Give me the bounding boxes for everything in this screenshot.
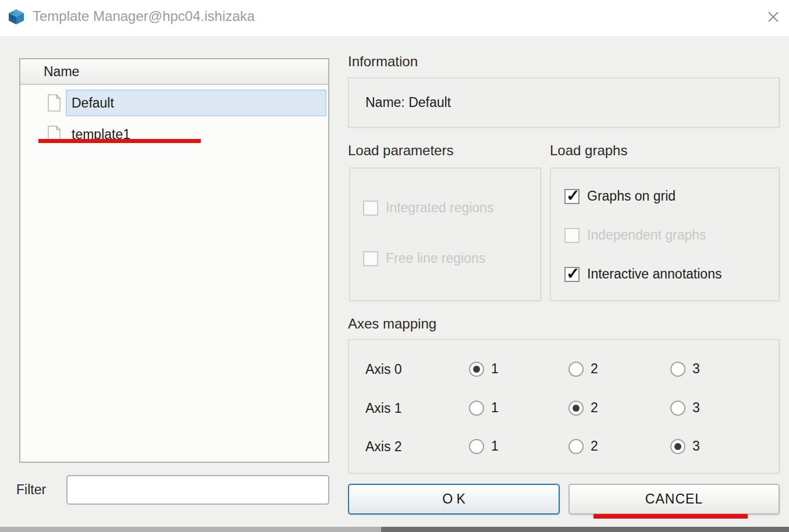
list-item-label: template1 [66,121,326,148]
radio-icon [670,439,685,454]
app-cube-icon [7,8,26,26]
axis-2-radio-2[interactable]: 2 [568,438,598,454]
radio-option-label: 3 [692,438,700,454]
checkbox-interactive-annotations[interactable]: Interactive annotations [564,266,722,282]
axis-0-row: Axis 0 1 2 3 [348,361,780,379]
radio-option-label: 3 [692,400,700,416]
checkbox-label: Independent graphs [587,227,706,243]
cancel-button[interactable]: CANCEL [568,484,780,515]
filter-input[interactable] [66,475,329,505]
checkbox-integrated-regions: Integrated regions [363,200,493,216]
template-list-panel: Name Default template1 [19,58,329,463]
radio-icon [670,401,685,416]
load-parameters-box [349,167,541,301]
radio-option-label: 1 [491,400,499,416]
radio-icon [568,401,584,416]
checkbox-icon [564,267,580,282]
list-item-label: Default [66,90,326,116]
information-name-value: Name: Default [365,95,451,110]
checkbox-label: Free line regions [386,251,485,266]
axis-1-radio-2[interactable]: 2 [568,400,598,416]
axis-2-row: Axis 2 1 2 3 [348,438,780,456]
information-heading: Information [348,53,418,70]
radio-icon [469,362,484,377]
ok-button[interactable]: O K [348,484,560,515]
radio-option-label: 2 [591,438,598,454]
checkbox-free-line-regions: Free line regions [363,251,485,266]
checkbox-icon [363,251,378,266]
annotation-underline-cancel [593,514,748,519]
radio-icon [568,362,584,377]
radio-icon [568,439,584,454]
axis-1-radio-1[interactable]: 1 [469,400,499,416]
load-graphs-heading: Load graphs [550,142,627,159]
load-parameters-heading: Load parameters [348,142,453,159]
checkbox-independent-graphs: Independent graphs [564,227,706,243]
checkbox-label: Graphs on grid [587,188,676,204]
axis-0-label: Axis 0 [365,362,402,377]
axis-0-radio-3[interactable]: 3 [670,361,700,377]
close-icon[interactable] [763,7,783,27]
radio-option-label: 2 [591,400,598,416]
list-item-default[interactable]: Default [20,90,328,116]
checkbox-icon [564,189,580,204]
checkbox-icon [564,228,580,243]
list-item-template1[interactable]: template1 [20,121,328,148]
axis-0-radio-2[interactable]: 2 [568,361,598,377]
checkbox-label: Interactive annotations [587,266,722,282]
title-bar: Template Manager@hpc04.ishizaka [0,0,789,36]
axis-2-radio-3[interactable]: 3 [670,438,700,454]
axis-1-radio-3[interactable]: 3 [670,400,700,416]
radio-option-label: 1 [491,361,499,377]
radio-option-label: 1 [491,438,499,454]
radio-option-label: 2 [591,361,598,377]
file-icon [47,94,61,112]
axis-0-radio-1[interactable]: 1 [469,361,499,377]
window-bottom-edge-dark [381,527,789,532]
axis-1-label: Axis 1 [365,401,402,416]
checkbox-icon [363,201,378,216]
axis-2-label: Axis 2 [365,439,402,455]
filter-label: Filter [16,482,46,498]
list-column-header-name[interactable]: Name [20,59,328,85]
annotation-underline-template1 [38,139,201,143]
checkbox-label: Integrated regions [386,200,493,216]
radio-option-label: 3 [692,361,700,377]
radio-icon [469,439,484,454]
window-title: Template Manager@hpc04.ishizaka [33,8,255,24]
axis-1-row: Axis 1 1 2 3 [348,400,780,417]
checkbox-graphs-on-grid[interactable]: Graphs on grid [564,188,676,204]
axes-mapping-heading: Axes mapping [348,316,436,332]
template-manager-dialog: Template Manager@hpc04.ishizaka Name Def… [0,0,789,532]
information-box: Name: Default [348,77,780,128]
axis-2-radio-1[interactable]: 1 [469,438,499,454]
radio-icon [670,362,685,377]
radio-icon [469,401,484,416]
